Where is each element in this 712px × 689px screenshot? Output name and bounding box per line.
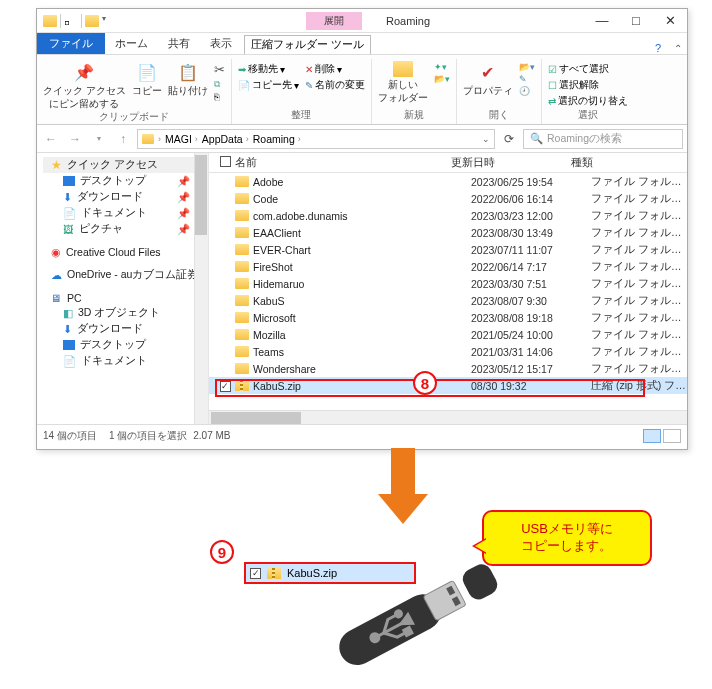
home-tab[interactable]: ホーム: [105, 33, 158, 54]
share-tab[interactable]: 共有: [158, 33, 200, 54]
cut-button[interactable]: ✂: [214, 62, 225, 77]
list-item[interactable]: Code2022/06/06 16:14ファイル フォルダー: [209, 190, 687, 207]
file-date: 2023/08/08 19:18: [471, 312, 591, 324]
forward-button[interactable]: →: [65, 129, 85, 149]
sidebar-downloads2[interactable]: ⬇ダウンロード: [43, 321, 208, 337]
file-tab[interactable]: ファイル: [37, 33, 105, 54]
checkbox-icon[interactable]: ✓: [220, 381, 231, 392]
list-item[interactable]: Hidemaruo2023/03/30 7:51ファイル フォルダー: [209, 275, 687, 292]
pin-button[interactable]: 📌クイック アクセス にピン留めする: [43, 59, 126, 111]
file-type: ファイル フォルダー: [591, 345, 687, 359]
sidebar-scrollbar[interactable]: [194, 153, 208, 424]
sidebar-desktop[interactable]: デスクトップ📌: [43, 173, 208, 189]
open-button[interactable]: 📂▾: [519, 62, 535, 72]
file-type: 圧縮 (zip 形式) フォ...: [591, 379, 687, 393]
history-button[interactable]: 🕘: [519, 86, 535, 96]
refresh-button[interactable]: ⟳: [499, 132, 519, 146]
sidebar-pc[interactable]: 🖥PC: [43, 291, 208, 305]
copy-to-button[interactable]: 📄 コピー先 ▾: [238, 78, 299, 92]
rename-button[interactable]: ✎ 名前の変更: [305, 78, 365, 92]
sidebar-item-label: デスクトップ: [80, 174, 146, 188]
list-item[interactable]: EVER-Chart2023/07/11 11:07ファイル フォルダー: [209, 241, 687, 258]
list-item[interactable]: FireShot2022/06/14 7:17ファイル フォルダー: [209, 258, 687, 275]
back-button[interactable]: ←: [41, 129, 61, 149]
list-item[interactable]: EAAClient2023/08/30 13:49ファイル フォルダー: [209, 224, 687, 241]
sidebar-downloads[interactable]: ⬇ダウンロード📌: [43, 189, 208, 205]
sidebar-pictures[interactable]: 🖼ピクチャ📌: [43, 221, 208, 237]
qat-dropdown[interactable]: ▾: [102, 14, 116, 28]
list-item[interactable]: Teams2021/03/31 14:06ファイル フォルダー: [209, 343, 687, 360]
view-details-button[interactable]: [643, 429, 661, 443]
scroll-thumb[interactable]: [195, 155, 207, 235]
file-type: ファイル フォルダー: [591, 209, 687, 223]
file-name: EAAClient: [253, 227, 301, 239]
paste-shortcut-button[interactable]: ⎘: [214, 92, 225, 102]
list-item[interactable]: Mozilla2021/05/24 10:00ファイル フォルダー: [209, 326, 687, 343]
sidebar-3d[interactable]: ◧3D オブジェクト: [43, 305, 208, 321]
move-to-button[interactable]: ➡ 移動先 ▾: [238, 62, 299, 76]
compressed-tools-tab[interactable]: 圧縮フォルダー ツール: [244, 35, 371, 54]
copy-button[interactable]: 📄コピー: [132, 59, 162, 98]
horizontal-scrollbar[interactable]: [209, 410, 687, 424]
crumb-0[interactable]: MAGI: [165, 133, 192, 145]
up-button[interactable]: ↑: [113, 129, 133, 149]
paste-button[interactable]: 📋貼り付け: [168, 59, 208, 98]
list-item[interactable]: Adobe2023/06/25 19:54ファイル フォルダー: [209, 173, 687, 190]
minimize-button[interactable]: —: [585, 9, 619, 33]
svg-point-5: [394, 610, 402, 618]
sidebar-documents[interactable]: 📄ドキュメント📌: [43, 205, 208, 221]
delete-button[interactable]: ✕ 削除 ▾: [305, 62, 365, 76]
copy-path-button[interactable]: ⧉: [214, 79, 225, 90]
list-item[interactable]: com.adobe.dunamis2023/03/23 12:00ファイル フォ…: [209, 207, 687, 224]
titlebar: ▫ ▾ 展開 Roaming — □ ✕: [37, 9, 687, 33]
view-tab[interactable]: 表示: [200, 33, 242, 54]
zip-icon: [267, 568, 281, 579]
select-none-button[interactable]: ☐ 選択解除: [548, 78, 628, 92]
list-item[interactable]: Microsoft2023/08/08 19:18ファイル フォルダー: [209, 309, 687, 326]
addr-dropdown[interactable]: ⌄: [482, 134, 494, 144]
file-date: 2023/06/25 19:54: [471, 176, 591, 188]
list-item[interactable]: KabuS2023/08/07 9:30ファイル フォルダー: [209, 292, 687, 309]
easy-access-button[interactable]: 📂▾: [434, 74, 450, 84]
new-item-button[interactable]: ✦▾: [434, 62, 450, 72]
search-box[interactable]: 🔍 Roamingの検索: [523, 129, 683, 149]
recent-dropdown[interactable]: ▾: [89, 129, 109, 149]
file-type: ファイル フォルダー: [591, 175, 687, 189]
edit-button[interactable]: ✎: [519, 74, 535, 84]
file-type: ファイル フォルダー: [591, 243, 687, 257]
scroll-thumb[interactable]: [211, 412, 301, 424]
clipboard-group: 📌クイック アクセス にピン留めする 📄コピー 📋貼り付け ✂ ⧉ ⎘ クリップ…: [37, 59, 232, 124]
new-folder-button[interactable]: 新しい フォルダー: [378, 59, 428, 105]
sidebar-onedrive[interactable]: ☁OneDrive - auカブコム証券: [43, 267, 208, 283]
selectall-label: すべて選択: [559, 62, 609, 76]
clipboard-group-label: クリップボード: [99, 111, 169, 126]
select-all-button[interactable]: ☑ すべて選択: [548, 62, 628, 76]
col-name[interactable]: 名前: [235, 156, 451, 170]
selection-size: 2.07 MB: [193, 430, 230, 441]
properties-button[interactable]: ✔プロパティ: [463, 59, 513, 98]
pin-label: クイック アクセス にピン留めする: [43, 85, 126, 111]
list-item[interactable]: ✓KabuS.zip08/30 19:32圧縮 (zip 形式) フォ...: [209, 377, 687, 394]
crumb-2[interactable]: Roaming: [253, 133, 295, 145]
sidebar-desktop2[interactable]: デスクトップ: [43, 337, 208, 353]
sidebar-documents2[interactable]: 📄ドキュメント: [43, 353, 208, 369]
list-item[interactable]: Wondershare2023/05/12 15:17ファイル フォルダー: [209, 360, 687, 377]
view-icons-button[interactable]: [663, 429, 681, 443]
close-button[interactable]: ✕: [653, 9, 687, 33]
crumb-1[interactable]: AppData: [202, 133, 243, 145]
qat-button[interactable]: ▫: [64, 14, 78, 28]
header-checkbox[interactable]: [215, 156, 235, 169]
col-type[interactable]: 種類: [571, 156, 687, 170]
address-bar[interactable]: › MAGI› AppData› Roaming› ⌄: [137, 129, 495, 149]
sidebar-quick-access[interactable]: ★クイック アクセス: [43, 157, 208, 173]
invert-selection-button[interactable]: ⇄ 選択の切り替え: [548, 94, 628, 108]
file-date: 2023/05/12 15:17: [471, 363, 591, 375]
help-icon[interactable]: ?: [647, 42, 669, 54]
sidebar-item-label: OneDrive - auカブコム証券: [67, 268, 198, 282]
col-date[interactable]: 更新日時: [451, 156, 571, 170]
collapse-ribbon-icon[interactable]: ⌃: [669, 43, 687, 54]
maximize-button[interactable]: □: [619, 9, 653, 33]
copy-label: コピー: [132, 85, 162, 98]
file-date: 2022/06/14 7:17: [471, 261, 591, 273]
sidebar-creative-cloud[interactable]: ◉Creative Cloud Files: [43, 245, 208, 259]
